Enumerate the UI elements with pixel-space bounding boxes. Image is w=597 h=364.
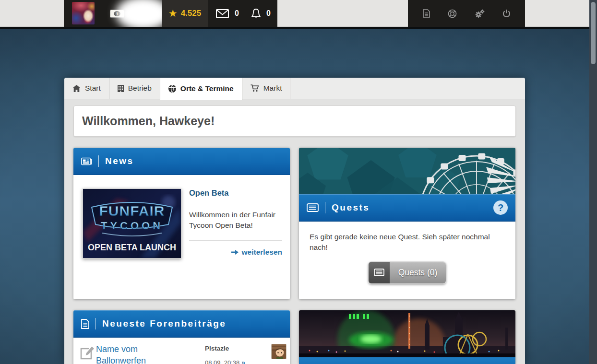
page-title: Willkommen, Hawkeye! — [82, 114, 215, 128]
topbar-actions — [408, 0, 525, 27]
left-column: News — [73, 148, 290, 364]
header-bottom-edge — [0, 27, 589, 29]
news-panel-title: News — [105, 156, 134, 166]
quests-banner-image — [299, 148, 515, 194]
edit-icon — [79, 345, 95, 363]
notifications-count: 0 — [266, 9, 271, 18]
topbar: 1 ★ 4.525 0 0 — [64, 0, 277, 27]
tab-start[interactable]: Start — [64, 78, 109, 99]
main-container: Start Betrieb — [64, 78, 525, 364]
quests-panel-title: Quests — [332, 202, 370, 213]
forum-post-date: 08.09, 20:38 » — [205, 359, 245, 364]
document-icon[interactable] — [423, 9, 430, 18]
forum-panel: Neueste Forenbeiträge Name vo — [73, 310, 290, 364]
tab-label: Markt — [263, 84, 282, 93]
star-icon: ★ — [168, 9, 178, 19]
scrollbar[interactable] — [589, 0, 597, 364]
list-card-icon — [307, 203, 319, 212]
quests-body: Es gibt gerade keine neue Quest. Sieh sp… — [299, 222, 515, 299]
svg-text:OPEN BETA LAUNCH: OPEN BETA LAUNCH — [88, 243, 176, 252]
quests-button-label: Quests (0) — [390, 262, 446, 283]
scrollbar-thumb[interactable] — [591, 2, 596, 64]
tab-markt[interactable]: Markt — [242, 78, 291, 99]
help-question-icon[interactable]: ? — [493, 200, 508, 215]
settings-gears-icon[interactable] — [475, 9, 485, 18]
forum-post-row[interactable]: Name vom Ballonwerfen Pistazie 08.09, 20… — [73, 338, 290, 364]
divider — [189, 240, 282, 241]
building-icon — [118, 85, 124, 92]
news-item-title[interactable]: Open Beta — [189, 188, 282, 198]
quests-button[interactable]: Quests (0) — [368, 261, 447, 284]
news-image[interactable]: FUNFAIR TYCOON OPEN BETA LAUNCH — [83, 188, 181, 258]
news-item-body: Willkommen in der Funfair Tycoon Open Be… — [189, 210, 282, 231]
forum-post-date-text: 08.09, 20:38 — [205, 359, 239, 364]
notifications-indicator[interactable]: 0 — [251, 0, 271, 27]
page: 1 ★ 4.525 0 0 — [0, 0, 597, 364]
funfair-night-photo — [299, 310, 515, 357]
logout-power-icon[interactable] — [502, 9, 511, 18]
quests-panel: Quests ? Es gibt gerade keine neue Quest… — [299, 148, 515, 299]
news-body: FUNFAIR TYCOON OPEN BETA LAUNCH Open Bet… — [73, 175, 290, 299]
bell-icon — [251, 8, 261, 19]
tab-label: Orte & Termine — [180, 84, 234, 93]
globe-icon — [168, 85, 176, 93]
nav-tabs: Start Betrieb — [64, 78, 525, 99]
forum-post-avatar[interactable] — [271, 344, 287, 359]
next-panel-header-cut — [299, 357, 515, 364]
tab-orte-termine[interactable]: Orte & Termine — [160, 78, 242, 100]
arrow-right-icon — [231, 249, 239, 255]
forum-panel-header: Neueste Forenbeiträge — [73, 310, 290, 338]
messages-count: 0 — [235, 9, 239, 18]
page-icon — [81, 319, 89, 329]
forum-post-title[interactable]: Name vom Ballonwerfen — [96, 343, 161, 364]
welcome-banner: Willkommen, Hawkeye! — [73, 106, 516, 137]
goto-post-icon[interactable]: » — [241, 359, 245, 364]
right-column: Quests ? Es gibt gerade keine neue Quest… — [299, 148, 515, 364]
envelope-icon — [216, 9, 229, 18]
news-panel: News — [73, 148, 290, 299]
forum-post-author: Pistazie — [205, 345, 229, 352]
read-more-label: weiterlesen — [242, 248, 282, 257]
header-separator — [325, 202, 325, 213]
quests-button-icon — [369, 262, 390, 283]
messages-indicator[interactable]: 0 — [216, 0, 239, 27]
header-separator — [98, 155, 99, 167]
content-area: Willkommen, Hawkeye! — [64, 99, 525, 364]
read-more-link[interactable]: weiterlesen — [189, 248, 282, 257]
star-value: 4.525 — [181, 9, 202, 18]
svg-text:TYCOON: TYCOON — [101, 220, 163, 232]
tab-betrieb[interactable]: Betrieb — [109, 78, 160, 99]
star-currency[interactable]: ★ 4.525 — [162, 0, 208, 27]
news-panel-header: News — [73, 148, 290, 175]
avatar[interactable] — [72, 2, 95, 24]
funfair-photo-panel — [299, 310, 515, 364]
forum-panel-title: Neueste Forenbeiträge — [102, 318, 226, 329]
quests-empty-text: Es gibt gerade keine neue Quest. Sieh sp… — [310, 232, 505, 253]
help-lifering-icon[interactable] — [448, 9, 457, 18]
header-separator — [96, 318, 96, 329]
svg-text:FUNFAIR: FUNFAIR — [99, 203, 165, 219]
news-text-column: Open Beta Willkommen in der Funfair Tyco… — [189, 188, 282, 299]
cart-icon — [251, 84, 259, 92]
tab-label: Start — [85, 84, 101, 93]
tab-label: Betrieb — [128, 84, 152, 93]
newspaper-icon — [81, 157, 92, 166]
home-icon — [72, 85, 81, 92]
quests-panel-header: Quests ? — [299, 194, 515, 222]
forum-body: Name vom Ballonwerfen Pistazie 08.09, 20… — [73, 338, 290, 364]
